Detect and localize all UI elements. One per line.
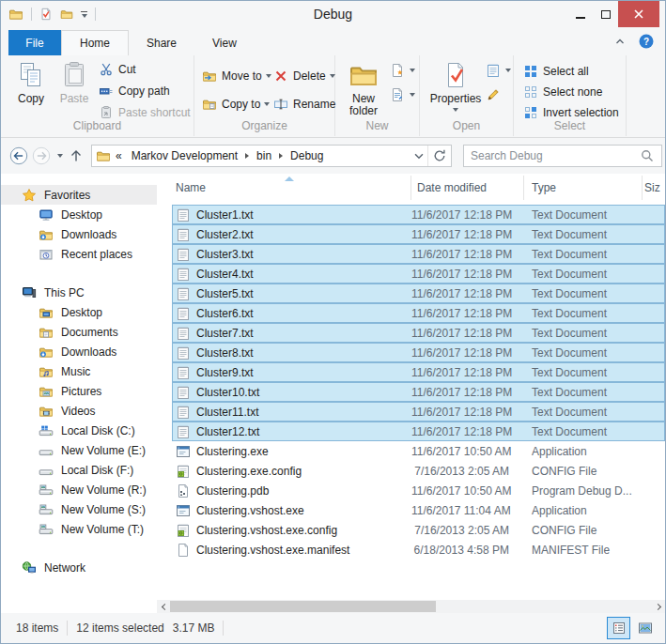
properties-button[interactable]: Properties: [429, 60, 482, 112]
file-row[interactable]: Clustering.vshost.exe11/6/2017 11:04 AMA…: [172, 500, 665, 520]
copy-to-button[interactable]: Copy to: [202, 95, 270, 113]
thumbnail-view-button[interactable]: [633, 617, 657, 639]
file-row[interactable]: Clustering.pdb11/6/2017 10:50 AMProgram …: [172, 481, 665, 500]
select-none-button[interactable]: Select none: [523, 83, 602, 100]
sidebar-item-local-disk-c[interactable]: Local Disk (C:): [1, 421, 157, 440]
open-button[interactable]: [486, 61, 511, 79]
status-counts: 18 items 12 items selected 3.17 MB: [16, 621, 224, 636]
copy-button[interactable]: Copy: [8, 60, 54, 105]
sidebar-item-downloads[interactable]: Downloads: [1, 224, 157, 244]
file-row[interactable]: Cluster5.txt11/6/2017 12:18 PMText Docum…: [172, 284, 665, 303]
breadcrumb-separator-icon[interactable]: [245, 153, 249, 159]
collapse-ribbon-icon[interactable]: [612, 34, 627, 49]
sidebar-item-label: Local Disk (F:): [61, 464, 133, 477]
explorer-window: Debug File Home Share View ? Copy Paste: [0, 0, 666, 644]
file-row[interactable]: Clustering.exe11/6/2017 10:50 AMApplicat…: [172, 441, 665, 461]
sidebar-item-desktop[interactable]: Desktop: [1, 205, 157, 224]
delete-icon: [273, 69, 288, 84]
column-header-name[interactable]: Name: [172, 176, 411, 200]
address-box[interactable]: « Markov DevelopmentbinDebug: [91, 145, 452, 167]
delete-button[interactable]: Delete: [273, 67, 335, 84]
refresh-button[interactable]: [427, 146, 451, 166]
sidebar-item-music[interactable]: Music: [1, 361, 157, 381]
paste-shortcut-icon: [99, 105, 114, 120]
breadcrumb-separator-icon[interactable]: [279, 153, 283, 159]
edit-button[interactable]: [486, 85, 501, 103]
tab-file[interactable]: File: [8, 30, 61, 55]
file-row[interactable]: Cluster4.txt11/6/2017 12:18 PMText Docum…: [172, 264, 665, 284]
file-row[interactable]: Cluster3.txt11/6/2017 12:18 PMText Docum…: [172, 244, 665, 264]
column-header-date-modified[interactable]: Date modified: [411, 176, 524, 200]
file-type: Text Document: [524, 208, 643, 222]
file-row[interactable]: Cluster9.txt11/6/2017 12:18 PMText Docum…: [172, 362, 665, 382]
file-row[interactable]: Clustering.vshost.exe.config7/16/2013 2:…: [172, 520, 665, 540]
search-input[interactable]: [471, 149, 640, 162]
file-row[interactable]: Cluster8.txt11/6/2017 12:18 PMText Docum…: [172, 343, 665, 362]
file-type: Text Document: [524, 386, 643, 399]
sidebar-section-this-pc[interactable]: This PC: [1, 283, 157, 302]
group-new: New folder New: [335, 55, 420, 136]
file-row[interactable]: Cluster10.txt11/6/2017 12:18 PMText Docu…: [172, 382, 665, 402]
up-button[interactable]: [69, 148, 84, 163]
file-row[interactable]: Cluster7.txt11/6/2017 12:18 PMText Docum…: [172, 323, 665, 343]
minimize-button[interactable]: [567, 1, 593, 27]
sidebar-item-new-volume-e[interactable]: New Volume (E:): [1, 440, 157, 460]
copy-path-icon: [99, 84, 114, 99]
column-header-size[interactable]: Siz: [643, 176, 665, 200]
text-file-icon: [176, 247, 191, 262]
sidebar-item-label: New Volume (E:): [61, 444, 146, 457]
file-name: Cluster2.txt: [196, 228, 254, 241]
sidebar-item-local-disk-f[interactable]: Local Disk (F:): [1, 460, 157, 480]
sidebar-item-new-volume-t[interactable]: New Volume (T:): [1, 519, 157, 539]
sidebar-item-videos[interactable]: Videos: [1, 401, 157, 421]
file-row[interactable]: Cluster1.txt11/6/2017 12:18 PMText Docum…: [172, 205, 665, 224]
close-button[interactable]: [618, 1, 659, 27]
breadcrumb-segment-debug[interactable]: Debug: [286, 149, 328, 162]
address-dropdown-icon[interactable]: [410, 147, 427, 164]
sidebar-item-recent-places[interactable]: Recent places: [1, 244, 157, 264]
sidebar-item-downloads[interactable]: Downloads: [1, 342, 157, 361]
file-row[interactable]: Cluster6.txt11/6/2017 12:18 PMText Docum…: [172, 303, 665, 323]
file-row[interactable]: Cluster11.txt11/6/2017 12:18 PMText Docu…: [172, 402, 665, 422]
easy-access-button[interactable]: [390, 85, 415, 103]
file-row[interactable]: Clustering.vshost.exe.manifest6/18/2013 …: [172, 540, 665, 560]
breadcrumb-overflow[interactable]: «: [111, 149, 127, 162]
file-row[interactable]: Clustering.exe.config7/16/2013 2:05 AMCO…: [172, 461, 665, 481]
sidebar-section-network[interactable]: Network: [1, 558, 157, 577]
scroll-left-arrow-icon[interactable]: [157, 600, 170, 613]
scroll-right-arrow-icon[interactable]: [652, 600, 665, 613]
details-view-button[interactable]: [607, 617, 630, 639]
maximize-button[interactable]: [593, 1, 618, 27]
scrollbar-thumb[interactable]: [170, 601, 436, 612]
cut-button[interactable]: Cut: [99, 60, 136, 78]
column-header-type[interactable]: Type: [524, 176, 643, 200]
help-icon[interactable]: ?: [639, 34, 654, 49]
sidebar-item-label: New Volume (R:): [61, 483, 147, 497]
sidebar-item-label: Desktop: [61, 208, 102, 222]
breadcrumb-segment-markov-development[interactable]: Markov Development: [127, 149, 242, 162]
sidebar-item-new-volume-s[interactable]: New Volume (S:): [1, 499, 157, 519]
folder-videos-icon: [39, 404, 54, 419]
sidebar-item-desktop[interactable]: Desktop: [1, 302, 157, 322]
move-to-button[interactable]: Move to: [202, 67, 271, 84]
rename-button[interactable]: Rename: [273, 95, 335, 113]
location-folder-icon: [96, 148, 111, 163]
recent-locations-dropdown-icon[interactable]: [57, 154, 63, 158]
sidebar-section-favorites[interactable]: Favorites: [1, 185, 157, 205]
sidebar-item-documents[interactable]: Documents: [1, 322, 157, 342]
file-date-modified: 6/18/2013 4:58 PM: [411, 544, 524, 557]
copy-path-button[interactable]: Copy path: [99, 82, 170, 100]
horizontal-scrollbar[interactable]: [157, 600, 665, 613]
back-button[interactable]: [8, 146, 29, 166]
file-row[interactable]: Cluster12.txt11/6/2017 12:18 PMText Docu…: [172, 422, 665, 441]
new-item-button[interactable]: [390, 61, 415, 79]
sidebar-item-new-volume-r[interactable]: New Volume (R:): [1, 480, 157, 499]
tab-share[interactable]: Share: [129, 30, 194, 55]
file-row[interactable]: Cluster2.txt11/6/2017 12:18 PMText Docum…: [172, 224, 665, 244]
select-all-button[interactable]: Select all: [523, 62, 589, 80]
breadcrumb-segment-bin[interactable]: bin: [252, 149, 276, 162]
new-folder-button[interactable]: New folder: [341, 60, 386, 117]
tab-view[interactable]: View: [194, 30, 255, 55]
tab-home[interactable]: Home: [61, 30, 129, 55]
sidebar-item-pictures[interactable]: Pictures: [1, 381, 157, 401]
